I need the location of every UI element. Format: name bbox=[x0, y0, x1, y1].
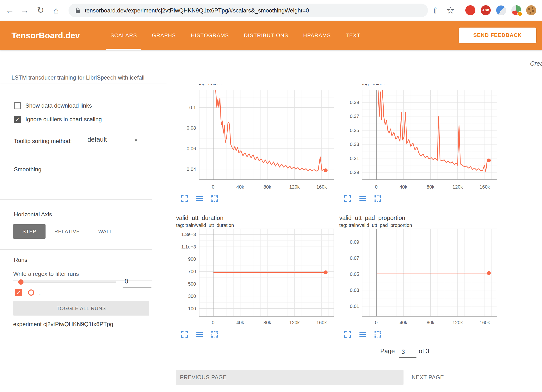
tab-hparams[interactable]: HPARAMS bbox=[296, 21, 338, 50]
show-download-links-label: Show data download links bbox=[25, 102, 92, 109]
previous-page-button[interactable]: PREVIOUS PAGE bbox=[176, 370, 404, 385]
blue-extension-icon[interactable] bbox=[496, 5, 506, 15]
scalar-chart-card-valid_utt_pad_proportion: valid_utt_pad_proportiontag: train/valid… bbox=[339, 214, 500, 341]
svg-text:0.03: 0.03 bbox=[350, 288, 359, 293]
cookie-extension-icon[interactable] bbox=[526, 5, 536, 15]
browser-home-button[interactable]: ⌂ bbox=[51, 5, 61, 16]
tab-graphs[interactable]: GRAPHS bbox=[144, 21, 183, 50]
svg-text:0: 0 bbox=[375, 184, 378, 190]
url-path: /experiment/cj2vtPiwQHKN9Q1tx6PTpg/#scal… bbox=[126, 7, 309, 14]
svg-text:0.29: 0.29 bbox=[350, 170, 359, 175]
axis-step-button[interactable]: STEP bbox=[13, 224, 46, 239]
toggle-all-runs-button[interactable]: TOGGLE ALL RUNS bbox=[13, 301, 149, 316]
svg-text:500: 500 bbox=[188, 281, 196, 287]
show-download-links-checkbox[interactable] bbox=[14, 102, 21, 109]
page-label: Page bbox=[380, 347, 395, 355]
fit-domain-icon[interactable] bbox=[374, 195, 382, 203]
adblock-extension-icon[interactable] bbox=[465, 5, 475, 15]
svg-text:40k: 40k bbox=[399, 184, 407, 190]
smoothing-slider-track[interactable] bbox=[21, 282, 116, 282]
fit-domain-icon[interactable] bbox=[211, 195, 219, 203]
svg-text:0: 0 bbox=[375, 320, 378, 325]
svg-text:80k: 80k bbox=[264, 320, 271, 325]
avatar-badge: 1 bbox=[517, 11, 522, 16]
lines-icon[interactable] bbox=[359, 195, 367, 203]
smoothing-slider: 0 bbox=[0, 180, 166, 193]
browser-forward-button[interactable]: → bbox=[20, 5, 29, 15]
runs-filter-input[interactable]: Write a regex to filter runs bbox=[13, 271, 152, 281]
lines-icon[interactable] bbox=[359, 330, 367, 338]
svg-text:0: 0 bbox=[212, 184, 214, 190]
browser-toolbar: ← → ↻ ⌂ tensorboard.dev/experiment/cj2vt… bbox=[0, 0, 542, 21]
svg-text:0.09: 0.09 bbox=[350, 239, 359, 245]
svg-text:40k: 40k bbox=[236, 184, 244, 190]
lines-icon[interactable] bbox=[196, 195, 204, 203]
tab-histograms[interactable]: HISTOGRAMS bbox=[183, 21, 236, 50]
settings-sidebar: Show data download links ✓ Ignore outlie… bbox=[0, 84, 166, 392]
run-label: . bbox=[39, 289, 41, 296]
share-icon[interactable]: ⇧ bbox=[430, 6, 440, 15]
chart-title: valid_utt_pad_proportion bbox=[339, 214, 405, 221]
scalar-chart-card-top_right: tag: train/…0.290.310.330.350.370.39040k… bbox=[339, 84, 500, 206]
chart-tag: tag: train/valid_utt_pad_proportion bbox=[339, 223, 412, 228]
send-feedback-button[interactable]: SEND FEEDBACK bbox=[459, 28, 536, 43]
chart-title: valid_utt_duration bbox=[176, 214, 223, 221]
fullscreen-icon[interactable] bbox=[180, 195, 189, 203]
fullscreen-icon[interactable] bbox=[344, 330, 352, 338]
page-number-input[interactable]: 3 bbox=[399, 347, 416, 358]
next-page-button[interactable]: NEXT PAGE bbox=[412, 370, 444, 385]
fit-domain-icon[interactable] bbox=[374, 330, 382, 338]
svg-text:0.07: 0.07 bbox=[350, 255, 359, 261]
tab-text[interactable]: TEXT bbox=[338, 21, 368, 50]
lock-icon bbox=[75, 7, 81, 14]
scalar-line-chart-top_left[interactable]: 0.040.060.080.1040k80k120k160k bbox=[176, 84, 337, 192]
browser-reload-button[interactable]: ↻ bbox=[36, 5, 45, 15]
ignore-outliers-label: Ignore outliers in chart scaling bbox=[25, 116, 102, 123]
sidebar-divider bbox=[0, 249, 152, 250]
svg-text:120k: 120k bbox=[452, 184, 463, 190]
app-logo[interactable]: TensorBoard.dev bbox=[12, 21, 80, 50]
sidebar-divider bbox=[0, 199, 152, 200]
url-bar[interactable]: tensorboard.dev/experiment/cj2vtPiwQHKN9… bbox=[69, 4, 428, 17]
fullscreen-icon[interactable] bbox=[344, 195, 352, 203]
fit-domain-icon[interactable] bbox=[211, 330, 219, 338]
ignore-outliers-checkbox[interactable]: ✓ bbox=[14, 116, 21, 123]
tab-distributions[interactable]: DISTRIBUTIONS bbox=[236, 21, 296, 50]
svg-text:40k: 40k bbox=[399, 320, 407, 325]
svg-text:0.04: 0.04 bbox=[187, 167, 196, 172]
svg-text:1.1e+3: 1.1e+3 bbox=[181, 244, 196, 249]
browser-back-button[interactable]: ← bbox=[5, 5, 15, 15]
svg-text:0.37: 0.37 bbox=[350, 114, 359, 119]
svg-text:80k: 80k bbox=[427, 320, 435, 325]
svg-text:40k: 40k bbox=[236, 320, 244, 325]
abp-extension-icon[interactable]: ABP bbox=[481, 5, 491, 15]
svg-text:120k: 120k bbox=[452, 320, 463, 325]
axis-wall-button[interactable]: WALL bbox=[92, 224, 119, 239]
scalar-line-chart-top_right[interactable]: 0.290.310.330.350.370.39040k80k120k160k bbox=[339, 84, 500, 192]
check-icon: ✓ bbox=[16, 289, 22, 295]
svg-text:0.06: 0.06 bbox=[187, 146, 196, 151]
axis-relative-button[interactable]: RELATIVE bbox=[48, 224, 86, 239]
profile-avatar[interactable]: 1 bbox=[511, 5, 521, 15]
scalar-line-chart-valid_utt_duration[interactable]: 1003005007009001.1e+31.3e+3040k80k120k16… bbox=[176, 228, 337, 328]
bookmark-star-icon[interactable]: ☆ bbox=[446, 5, 455, 16]
run-checkbox[interactable]: ✓ bbox=[15, 289, 22, 296]
svg-text:0.33: 0.33 bbox=[350, 142, 359, 147]
svg-text:0.1: 0.1 bbox=[189, 105, 196, 110]
scalar-line-chart-valid_utt_pad_proportion[interactable]: 0.010.030.050.070.09040k80k120k160k bbox=[339, 228, 500, 328]
svg-text:300: 300 bbox=[188, 294, 196, 299]
scalar-chart-card-top_left: tag: train/…0.040.060.080.1040k80k120k16… bbox=[176, 84, 337, 206]
svg-text:160k: 160k bbox=[316, 184, 327, 190]
tooltip-sorting-dropdown[interactable]: default ▾ bbox=[87, 136, 138, 145]
fullscreen-icon[interactable] bbox=[180, 330, 189, 338]
clipped-create-text: Crea bbox=[530, 60, 542, 67]
svg-text:0: 0 bbox=[212, 320, 214, 325]
svg-text:0.39: 0.39 bbox=[350, 100, 359, 105]
svg-text:0.08: 0.08 bbox=[187, 125, 196, 131]
runs-filter-placeholder: Write a regex to filter runs bbox=[13, 271, 79, 277]
charts-area: Page 3 of 3 PREVIOUS PAGE NEXT PAGE tag:… bbox=[166, 84, 542, 392]
lines-icon[interactable] bbox=[196, 330, 204, 338]
tab-scalars[interactable]: SCALARS bbox=[103, 21, 144, 50]
app-header: TensorBoard.dev SCALARS GRAPHS HISTOGRAM… bbox=[0, 21, 542, 50]
pagination: Page 3 of 3 bbox=[380, 347, 429, 358]
